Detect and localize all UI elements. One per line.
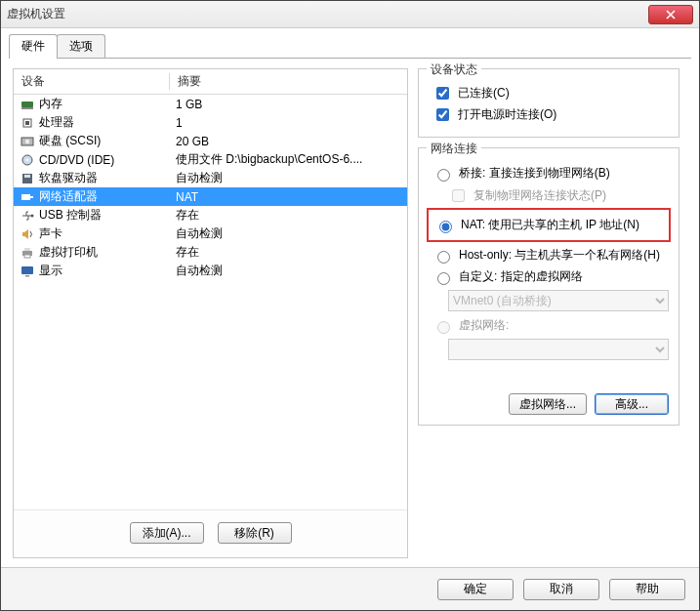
device-summary: NAT	[170, 190, 407, 204]
svg-rect-1	[21, 107, 33, 109]
table-row[interactable]: 处理器1	[14, 113, 407, 132]
custom-radio[interactable]	[437, 272, 450, 285]
device-name: 硬盘 (SCSI)	[39, 133, 170, 149]
device-rows[interactable]: 内存1 GB处理器1硬盘 (SCSI)20 GBCD/DVD (IDE)使用文件…	[14, 95, 407, 509]
connect-on-poweron-checkbox[interactable]	[436, 108, 449, 121]
titlebar: 虚拟机设置	[1, 1, 699, 28]
network-connection-group: 网络连接 桥接: 直接连接到物理网络(B) 复制物理网络连接状态(P) NAT:…	[418, 147, 679, 426]
floppy-icon	[20, 172, 35, 185]
svg-rect-16	[21, 266, 33, 274]
device-name: 声卡	[39, 225, 170, 242]
vmnet-select-row: VMnet0 (自动桥接)	[448, 290, 669, 311]
table-row[interactable]: 软盘驱动器自动检测	[14, 169, 407, 187]
device-buttons: 添加(A)... 移除(R)	[14, 509, 407, 557]
svg-rect-9	[24, 175, 30, 178]
usb-icon	[20, 209, 35, 223]
svg-rect-3	[25, 121, 29, 125]
hostonly-radio[interactable]	[437, 251, 450, 264]
network-buttons: 虚拟网络... 高级...	[429, 393, 669, 415]
connected-checkbox-row[interactable]: 已连接(C)	[432, 84, 669, 102]
svg-rect-0	[21, 102, 33, 107]
cpu-icon	[20, 116, 35, 130]
device-name: USB 控制器	[39, 207, 170, 224]
printer-icon	[20, 246, 35, 260]
device-summary: 使用文件 D:\bigbackup\CentOS-6....	[170, 151, 407, 168]
svg-rect-10	[21, 194, 30, 200]
device-name: 内存	[39, 96, 170, 112]
col-summary[interactable]: 摘要	[170, 73, 407, 90]
tabs: 硬件 选项	[1, 28, 699, 59]
ok-button[interactable]: 确定	[437, 579, 514, 600]
connect-on-poweron-row[interactable]: 打开电源时连接(O)	[432, 105, 669, 124]
device-name: 软盘驱动器	[39, 170, 170, 186]
custom-radio-row[interactable]: 自定义: 指定的虚拟网络	[432, 268, 669, 285]
help-button[interactable]: 帮助	[609, 579, 685, 600]
replicate-label: 复制物理网络连接状态(P)	[474, 187, 606, 204]
tab-options[interactable]: 选项	[57, 34, 105, 59]
svg-rect-15	[24, 255, 30, 258]
nic-icon	[20, 190, 35, 204]
table-row[interactable]: 显示自动检测	[14, 262, 407, 280]
settings-panel: 设备状态 已连接(C) 打开电源时连接(O) 网络连接 桥接: 直接连接到物理网…	[418, 68, 679, 558]
device-summary: 1 GB	[170, 98, 407, 111]
tab-options-label: 选项	[69, 39, 93, 53]
table-row[interactable]: USB 控制器存在	[14, 206, 407, 224]
device-summary: 存在	[170, 244, 407, 261]
device-status-group: 设备状态 已连接(C) 打开电源时连接(O)	[418, 68, 679, 138]
table-row[interactable]: 网络适配器NAT	[14, 187, 407, 206]
nat-highlight: NAT: 使用已共享的主机 IP 地址(N)	[427, 208, 671, 242]
col-device[interactable]: 设备	[14, 73, 170, 90]
dialog-footer: 确定 取消 帮助	[1, 567, 699, 610]
connected-checkbox[interactable]	[436, 87, 449, 100]
device-name: 虚拟打印机	[39, 244, 170, 261]
tab-hardware[interactable]: 硬件	[9, 34, 58, 59]
svg-point-12	[31, 214, 34, 217]
table-row[interactable]: 内存1 GB	[14, 95, 407, 113]
svg-rect-17	[25, 275, 29, 277]
replicate-checkbox-row: 复制物理网络连接状态(P)	[448, 186, 669, 205]
table-row[interactable]: CD/DVD (IDE)使用文件 D:\bigbackup\CentOS-6..…	[14, 150, 407, 169]
virtual-network-radio-row: 虚拟网络:	[432, 317, 669, 334]
custom-label: 自定义: 指定的虚拟网络	[459, 268, 583, 285]
window-title: 虚拟机设置	[7, 6, 648, 22]
device-name: CD/DVD (IDE)	[39, 153, 170, 167]
svg-point-5	[25, 139, 29, 143]
nat-radio-row[interactable]: NAT: 使用已共享的主机 IP 地址(N)	[434, 217, 667, 233]
nat-radio[interactable]	[439, 221, 452, 233]
vmnet-select: VMnet0 (自动桥接)	[448, 290, 669, 311]
virtual-network-select-row	[448, 339, 669, 360]
add-button[interactable]: 添加(A)...	[130, 522, 204, 544]
device-summary: 自动检测	[170, 170, 407, 186]
hostonly-radio-row[interactable]: Host-only: 与主机共享一个私有网络(H)	[432, 247, 669, 264]
advanced-button[interactable]: 高级...	[595, 393, 669, 415]
bridged-radio[interactable]	[437, 169, 450, 182]
device-summary: 20 GB	[170, 135, 407, 148]
virtual-network-button[interactable]: 虚拟网络...	[509, 393, 587, 415]
sound-icon	[20, 227, 35, 241]
bridged-radio-row[interactable]: 桥接: 直接连接到物理网络(B)	[432, 165, 669, 182]
network-connection-legend: 网络连接	[427, 141, 481, 157]
table-row[interactable]: 声卡自动检测	[14, 224, 407, 243]
device-name: 网络适配器	[39, 188, 170, 205]
svg-point-7	[26, 158, 29, 161]
device-name: 处理器	[39, 114, 170, 131]
table-row[interactable]: 硬盘 (SCSI)20 GB	[14, 132, 407, 150]
remove-button[interactable]: 移除(R)	[218, 522, 292, 544]
memory-icon	[20, 98, 35, 111]
column-headers: 设备 摘要	[14, 69, 407, 95]
nat-label: NAT: 使用已共享的主机 IP 地址(N)	[461, 217, 639, 233]
tab-hardware-label: 硬件	[21, 39, 45, 53]
device-status-legend: 设备状态	[427, 61, 481, 78]
svg-rect-14	[24, 248, 30, 251]
content-area: 设备 摘要 内存1 GB处理器1硬盘 (SCSI)20 GBCD/DVD (ID…	[1, 59, 699, 558]
device-name: 显示	[39, 263, 170, 279]
connected-label: 已连接(C)	[458, 85, 510, 102]
close-button[interactable]	[648, 5, 693, 24]
connect-on-poweron-label: 打开电源时连接(O)	[458, 106, 556, 123]
display-icon	[20, 265, 35, 278]
device-list-panel: 设备 摘要 内存1 GB处理器1硬盘 (SCSI)20 GBCD/DVD (ID…	[13, 68, 408, 558]
cancel-button[interactable]: 取消	[523, 579, 599, 600]
device-summary: 自动检测	[170, 225, 407, 242]
table-row[interactable]: 虚拟打印机存在	[14, 243, 407, 262]
virtual-network-select	[448, 339, 669, 360]
